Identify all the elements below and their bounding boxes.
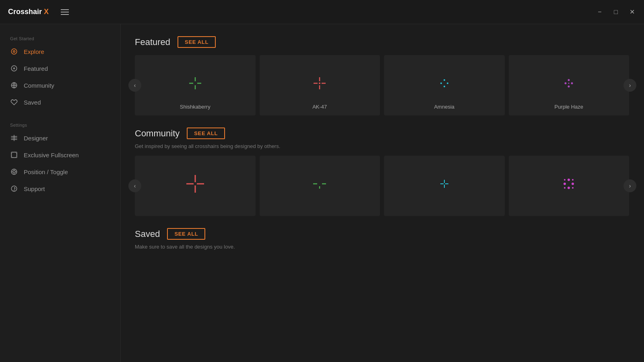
community-see-all-button[interactable]: SEE ALL — [187, 128, 225, 139]
svg-point-35 — [571, 82, 573, 84]
sidebar-item-support[interactable]: Support — [0, 180, 120, 197]
crosshair-community-3 — [432, 172, 456, 196]
featured-card-purple-haze[interactable]: Purple Haze — [509, 55, 630, 115]
titlebar: Crosshair X − □ ✕ — [0, 0, 644, 24]
saved-section-header: Saved SEE ALL — [135, 228, 630, 240]
featured-card-label-shishkaberry: Shishkaberry — [180, 104, 211, 110]
community-section-header: Community SEE ALL — [135, 128, 630, 139]
svg-point-28 — [444, 79, 445, 81]
crosshair-community-1 — [183, 172, 207, 196]
sidebar-item-position-toggle[interactable]: Position / Toggle — [0, 163, 120, 180]
svg-point-48 — [568, 179, 570, 181]
saved-see-all-button[interactable]: SEE ALL — [167, 228, 205, 240]
svg-point-53 — [572, 179, 574, 181]
svg-point-33 — [568, 86, 570, 88]
community-carousel — [135, 156, 630, 216]
svg-point-18 — [14, 190, 14, 191]
crosshair-purple-haze — [557, 71, 581, 95]
community-carousel-wrapper: ‹ — [135, 156, 630, 216]
titlebar-left: Crosshair X — [8, 8, 69, 16]
explore-icon — [10, 47, 18, 56]
svg-point-52 — [564, 179, 566, 181]
crosshair-ak47 — [308, 71, 332, 95]
community-title: Community — [135, 128, 180, 139]
svg-rect-10 — [11, 152, 17, 158]
sidebar-label-explore: Explore — [24, 48, 44, 55]
featured-card-label-ak47: AK-47 — [312, 104, 327, 110]
community-card-2[interactable] — [260, 156, 380, 216]
crosshair-community-2 — [308, 172, 332, 196]
content-area: Featured SEE ALL ‹ Shishkaberry — [121, 24, 644, 362]
featured-carousel-wrapper: ‹ Shishkaberry — [135, 55, 630, 115]
featured-card-label-amnesia: Amnesia — [434, 104, 454, 110]
svg-point-51 — [572, 183, 574, 185]
app-title: Crosshair X — [8, 8, 49, 16]
community-card-3[interactable] — [384, 156, 505, 216]
community-prev-button[interactable]: ‹ — [128, 179, 141, 192]
featured-card-label-purple-haze: Purple Haze — [554, 104, 583, 110]
featured-section-header: Featured SEE ALL — [135, 36, 630, 48]
featured-prev-button[interactable]: ‹ — [128, 79, 141, 92]
svg-point-29 — [444, 86, 445, 87]
sidebar-label-community: Community — [24, 82, 54, 89]
saved-icon — [10, 98, 18, 106]
community-card-4[interactable] — [509, 156, 630, 216]
community-next-button[interactable]: › — [623, 179, 636, 192]
close-button[interactable]: ✕ — [628, 8, 636, 16]
featured-see-all-button[interactable]: SEE ALL — [178, 36, 216, 48]
designer-icon — [10, 134, 18, 142]
sidebar-label-support: Support — [24, 185, 45, 192]
svg-point-36 — [568, 83, 570, 84]
minimize-button[interactable]: − — [596, 8, 604, 16]
svg-point-3 — [14, 68, 15, 69]
svg-point-11 — [13, 171, 15, 173]
featured-next-button[interactable]: › — [623, 79, 636, 92]
sidebar: Get Started Explore Featured — [0, 24, 121, 362]
svg-point-31 — [447, 82, 448, 84]
position-icon — [10, 168, 18, 176]
saved-description: Make sure to save all the designs you lo… — [135, 244, 630, 250]
featured-card-shishkaberry[interactable]: Shishkaberry — [135, 55, 256, 115]
featured-card-amnesia[interactable]: Amnesia — [384, 55, 505, 115]
crosshair-shishkaberry — [183, 71, 207, 95]
featured-title: Featured — [135, 37, 170, 47]
fullscreen-icon — [10, 151, 18, 159]
featured-card-ak47[interactable]: AK-47 — [260, 55, 380, 115]
support-icon — [10, 185, 18, 193]
sidebar-section-get-started: Get Started — [0, 32, 120, 43]
svg-point-50 — [564, 183, 566, 185]
sidebar-item-saved[interactable]: Saved — [0, 94, 120, 111]
svg-point-34 — [565, 82, 567, 84]
sidebar-label-featured: Featured — [24, 65, 48, 72]
main-layout: Get Started Explore Featured — [0, 24, 644, 362]
saved-title: Saved — [135, 229, 160, 239]
featured-icon — [10, 64, 18, 72]
community-description: Get inspired by seeing all crosshairs be… — [135, 143, 630, 149]
svg-point-1 — [13, 51, 15, 53]
sidebar-item-featured[interactable]: Featured — [0, 60, 120, 77]
svg-point-55 — [572, 187, 574, 189]
svg-point-27 — [319, 82, 320, 84]
maximize-button[interactable]: □ — [612, 8, 620, 16]
svg-point-54 — [564, 187, 566, 189]
svg-point-0 — [11, 49, 17, 54]
sidebar-label-designer: Designer — [24, 135, 48, 142]
sidebar-section-settings: Settings — [0, 119, 120, 130]
sidebar-item-exclusive-fullscreen[interactable]: Exclusive Fullscreen — [0, 146, 120, 163]
sidebar-item-explore[interactable]: Explore — [0, 43, 120, 60]
sidebar-label-position-toggle: Position / Toggle — [24, 169, 68, 175]
sidebar-label-saved: Saved — [24, 99, 41, 106]
svg-point-2 — [11, 66, 17, 71]
sidebar-item-community[interactable]: Community — [0, 77, 120, 94]
community-card-1[interactable] — [135, 156, 256, 216]
featured-carousel: Shishkaberry AK-47 — [135, 55, 630, 115]
svg-point-49 — [568, 187, 570, 189]
sidebar-item-designer[interactable]: Designer — [0, 130, 120, 146]
crosshair-amnesia — [432, 71, 456, 95]
sidebar-label-exclusive-fullscreen: Exclusive Fullscreen — [24, 152, 79, 158]
app-title-accent: X — [44, 8, 49, 16]
svg-point-30 — [440, 82, 442, 84]
svg-point-32 — [568, 79, 570, 81]
titlebar-controls: − □ ✕ — [596, 8, 636, 16]
hamburger-menu[interactable] — [61, 9, 69, 15]
